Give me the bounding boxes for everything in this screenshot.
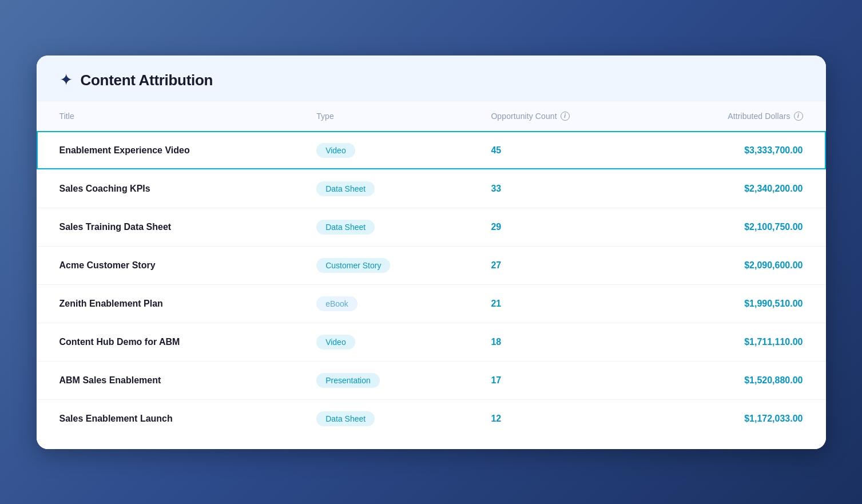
type-badge: Data Sheet bbox=[316, 411, 375, 426]
table-row[interactable]: Content Hub Demo for ABMVideo18$1,711,11… bbox=[37, 323, 826, 361]
table-row[interactable]: Sales Training Data SheetData Sheet29$2,… bbox=[37, 208, 826, 246]
cell-opportunity-count: 29 bbox=[468, 208, 649, 246]
type-badge: Presentation bbox=[316, 373, 380, 388]
type-badge: Data Sheet bbox=[316, 181, 375, 196]
cell-type: eBook bbox=[293, 284, 468, 323]
table-row[interactable]: Zenith Enablement PlaneBook21$1,990,510.… bbox=[37, 284, 826, 323]
cell-title: Zenith Enablement Plan bbox=[37, 284, 294, 323]
cell-opportunity-count: 12 bbox=[468, 399, 649, 438]
cell-opportunity-count: 18 bbox=[468, 323, 649, 361]
cell-title: Sales Coaching KPIs bbox=[37, 169, 294, 208]
cell-type: Video bbox=[293, 323, 468, 361]
col-header-dollars: Attributed Dollars i bbox=[649, 101, 825, 132]
col-header-title: Title bbox=[37, 101, 294, 132]
cell-type: Presentation bbox=[293, 361, 468, 399]
table-row[interactable]: Sales Enablement LaunchData Sheet12$1,17… bbox=[37, 399, 826, 438]
cell-attributed-dollars: $2,340,200.00 bbox=[649, 169, 825, 208]
cell-attributed-dollars: $2,090,600.00 bbox=[649, 246, 825, 284]
cell-type: Data Sheet bbox=[293, 208, 468, 246]
cell-title: Sales Training Data Sheet bbox=[37, 208, 294, 246]
type-badge: Video bbox=[316, 143, 355, 158]
table-header-row: Title Type Opportunity Count i Attribute… bbox=[37, 101, 826, 132]
type-badge: eBook bbox=[316, 296, 357, 311]
card-header: ✦ Content Attribution bbox=[37, 55, 826, 101]
type-badge: Video bbox=[316, 335, 355, 350]
cell-type: Customer Story bbox=[293, 246, 468, 284]
cell-attributed-dollars: $2,100,750.00 bbox=[649, 208, 825, 246]
cell-attributed-dollars: $1,520,880.00 bbox=[649, 361, 825, 399]
cell-title: Content Hub Demo for ABM bbox=[37, 323, 294, 361]
type-badge: Customer Story bbox=[316, 258, 390, 273]
cell-title: Acme Customer Story bbox=[37, 246, 294, 284]
type-badge: Data Sheet bbox=[316, 220, 375, 235]
cell-attributed-dollars: $1,990,510.00 bbox=[649, 284, 825, 323]
cell-attributed-dollars: $1,172,033.00 bbox=[649, 399, 825, 438]
cell-opportunity-count: 17 bbox=[468, 361, 649, 399]
cell-title: Enablement Experience Video bbox=[37, 131, 294, 169]
cell-type: Data Sheet bbox=[293, 169, 468, 208]
table-row[interactable]: Acme Customer StoryCustomer Story27$2,09… bbox=[37, 246, 826, 284]
card-title: Content Attribution bbox=[81, 72, 213, 89]
table-container: Title Type Opportunity Count i Attribute… bbox=[37, 101, 826, 449]
cell-opportunity-count: 45 bbox=[468, 131, 649, 169]
table-row[interactable]: ABM Sales EnablementPresentation17$1,520… bbox=[37, 361, 826, 399]
content-attribution-card: ✦ Content Attribution Title Type Opportu… bbox=[37, 55, 826, 449]
cell-opportunity-count: 33 bbox=[468, 169, 649, 208]
table-row[interactable]: Sales Coaching KPIsData Sheet33$2,340,20… bbox=[37, 169, 826, 208]
attribution-table: Title Type Opportunity Count i Attribute… bbox=[37, 101, 826, 438]
table-row[interactable]: Enablement Experience VideoVideo45$3,333… bbox=[37, 131, 826, 169]
sparkle-icon: ✦ bbox=[59, 72, 73, 88]
opportunity-info-icon[interactable]: i bbox=[561, 112, 570, 121]
cell-type: Video bbox=[293, 131, 468, 169]
cell-title: ABM Sales Enablement bbox=[37, 361, 294, 399]
cell-opportunity-count: 27 bbox=[468, 246, 649, 284]
cell-type: Data Sheet bbox=[293, 399, 468, 438]
cell-opportunity-count: 21 bbox=[468, 284, 649, 323]
col-header-opportunity: Opportunity Count i bbox=[468, 101, 649, 132]
col-header-type: Type bbox=[293, 101, 468, 132]
cell-attributed-dollars: $3,333,700.00 bbox=[649, 131, 825, 169]
cell-attributed-dollars: $1,711,110.00 bbox=[649, 323, 825, 361]
cell-title: Sales Enablement Launch bbox=[37, 399, 294, 438]
dollars-info-icon[interactable]: i bbox=[794, 112, 803, 121]
